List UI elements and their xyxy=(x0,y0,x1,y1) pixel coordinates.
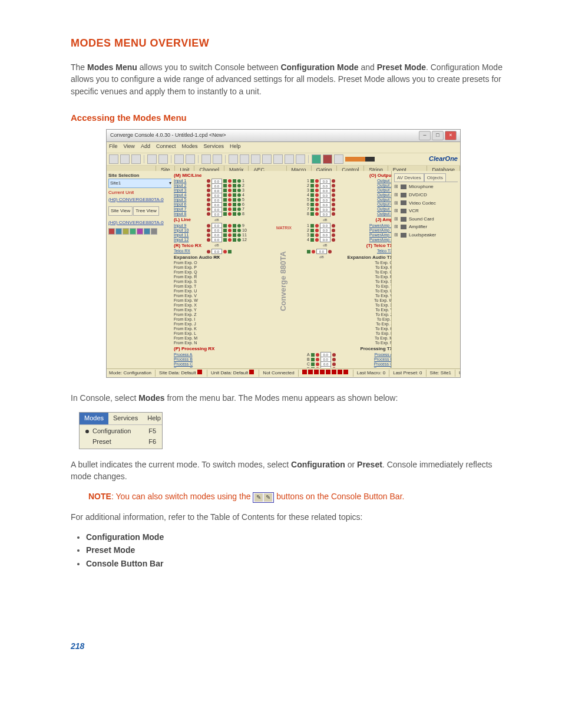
device-item[interactable]: ⊞Microphone xyxy=(394,183,458,190)
menu-modes[interactable]: Modes xyxy=(80,413,108,424)
mode-preset-icon[interactable] xyxy=(186,154,195,164)
toolbar-icon[interactable] xyxy=(262,154,272,164)
mute-button[interactable] xyxy=(316,367,319,368)
exp-row[interactable]: From Exp. V xyxy=(174,294,260,298)
mute-button[interactable] xyxy=(228,189,232,192)
mute-button[interactable] xyxy=(228,229,232,232)
telcorx-row[interactable]: Telco RX 0.0 dB xyxy=(174,249,260,254)
mute-button[interactable] xyxy=(315,193,319,197)
mute-button[interactable] xyxy=(315,184,319,187)
menu-help[interactable]: Help xyxy=(230,143,241,152)
exp-row[interactable]: To Exp. T xyxy=(307,284,393,289)
mute-button[interactable] xyxy=(315,189,319,192)
mute-button[interactable] xyxy=(315,238,319,242)
close-button[interactable]: × xyxy=(445,131,457,140)
mode-config-icon[interactable] xyxy=(174,154,184,164)
menu-view[interactable]: View xyxy=(124,143,135,152)
mute-button[interactable] xyxy=(312,250,315,253)
toolbar-icon[interactable] xyxy=(229,154,238,164)
tab-avdevices[interactable]: AV Devices xyxy=(394,173,424,182)
exp-row[interactable]: From Exp. M xyxy=(174,336,260,341)
channel-row[interactable]: Input 80.0 dB8 xyxy=(174,212,260,216)
menu-help[interactable]: Help xyxy=(143,413,166,424)
exp-row[interactable]: To Exp. X xyxy=(307,303,393,308)
toolbar-icon[interactable] xyxy=(131,154,141,164)
mute-button[interactable] xyxy=(228,179,232,183)
exp-row[interactable]: To Exp. J xyxy=(307,322,393,327)
tree-icon[interactable] xyxy=(108,228,115,235)
tree-icon[interactable] xyxy=(151,228,157,235)
exp-row[interactable]: From Exp. R xyxy=(174,275,260,279)
exp-row[interactable]: To Exp. I xyxy=(307,317,393,322)
gain-box[interactable]: 0.0 dB xyxy=(320,366,331,368)
tree-unit[interactable]: (H0) CONVERGE880TA-0 xyxy=(108,219,173,226)
tree-toggle-icon[interactable]: ⊞ xyxy=(394,216,398,223)
tree-toggle-icon[interactable]: ⊞ xyxy=(394,207,398,215)
menu-item-preset[interactable]: Preset F6 xyxy=(80,437,162,447)
mute-button[interactable] xyxy=(228,238,232,242)
toolbar-icon[interactable] xyxy=(120,154,130,164)
exp-row[interactable]: From Exp. N xyxy=(174,341,260,345)
mute-button[interactable] xyxy=(228,184,232,187)
mute-button[interactable] xyxy=(228,198,232,202)
exp-row[interactable]: To Exp. Y xyxy=(307,308,393,312)
exp-row[interactable]: From Exp. S xyxy=(174,279,260,284)
exp-row[interactable]: From Exp. K xyxy=(174,327,260,331)
play-icon[interactable] xyxy=(312,154,321,164)
mute-button[interactable] xyxy=(316,363,319,366)
menu-modes[interactable]: Modes xyxy=(181,143,197,152)
exp-row[interactable]: To Exp. N xyxy=(307,341,393,345)
tree-toggle-icon[interactable]: ⊞ xyxy=(394,192,398,199)
mute-button[interactable] xyxy=(228,203,232,206)
mute-button[interactable] xyxy=(315,224,319,228)
exp-row[interactable]: From Exp. O xyxy=(174,261,260,265)
gain-box[interactable]: 0.0 dB xyxy=(211,237,222,242)
device-item[interactable]: ⊞Amplifier xyxy=(394,223,458,230)
mute-button[interactable] xyxy=(315,203,319,206)
menu-file[interactable]: File xyxy=(109,143,118,152)
mute-button[interactable] xyxy=(228,212,232,216)
menu-item-configuration[interactable]: Configuration F5 xyxy=(80,426,162,437)
channel-row[interactable]: D0.0 dBProcess D xyxy=(307,367,393,368)
toolbar-icon[interactable] xyxy=(251,154,260,164)
mute-button[interactable] xyxy=(228,233,232,237)
proc-row[interactable]: Process C xyxy=(174,362,260,367)
menu-services[interactable]: Services xyxy=(203,143,224,152)
device-item[interactable]: ⊞Video Codec xyxy=(394,200,458,207)
tree-toggle-icon[interactable]: ⊞ xyxy=(394,200,398,207)
tree-icon[interactable] xyxy=(115,228,122,235)
exp-row[interactable]: From Exp. J xyxy=(174,322,260,327)
exp-row[interactable]: To Exp. P xyxy=(307,265,393,270)
exp-row[interactable]: From Exp. T xyxy=(174,284,260,289)
exp-row[interactable]: To Exp. U xyxy=(307,289,393,294)
tree-icon[interactable] xyxy=(144,228,150,235)
minimize-button[interactable]: – xyxy=(419,131,431,140)
mute-button[interactable] xyxy=(228,224,232,228)
exp-row[interactable]: From Exp. Q xyxy=(174,270,260,275)
exp-row[interactable]: From Exp. I xyxy=(174,317,260,322)
exp-row[interactable]: To Exp. W xyxy=(307,298,393,303)
mute-button[interactable] xyxy=(315,179,319,183)
exp-row[interactable]: To Exp. R xyxy=(307,275,393,279)
device-item[interactable]: ⊞Loudspeaker xyxy=(394,232,458,239)
toolbar-icon[interactable] xyxy=(296,154,305,164)
tab-objects[interactable]: Objects xyxy=(424,173,446,182)
channel-row[interactable]: Input 120.0 dB12 xyxy=(174,238,260,242)
proc-row[interactable]: Process A xyxy=(174,353,260,357)
site-dropdown[interactable]: Site1▾ xyxy=(108,179,173,188)
gain-box[interactable]: 0.0 dB xyxy=(316,249,327,254)
mute-button[interactable] xyxy=(228,207,232,211)
site-view-tab[interactable]: Site View xyxy=(108,206,133,216)
mute-button[interactable] xyxy=(223,250,227,253)
gain-box[interactable]: 0.0 dB xyxy=(320,212,330,217)
exp-row[interactable]: To Exp. K xyxy=(307,327,393,331)
telcotx-row[interactable]: 0.0 dB Telco TX xyxy=(307,249,393,254)
device-item[interactable]: ⊞VCR xyxy=(394,207,458,215)
exp-row[interactable]: From Exp. U xyxy=(174,289,260,294)
toolbar-icon[interactable] xyxy=(201,154,211,164)
menu-connect[interactable]: Connect xyxy=(156,143,176,152)
toolbar-icon[interactable] xyxy=(285,154,294,164)
mute-button[interactable] xyxy=(316,353,319,357)
mute-button[interactable] xyxy=(315,207,319,211)
exp-row[interactable]: To Exp. M xyxy=(307,336,393,341)
